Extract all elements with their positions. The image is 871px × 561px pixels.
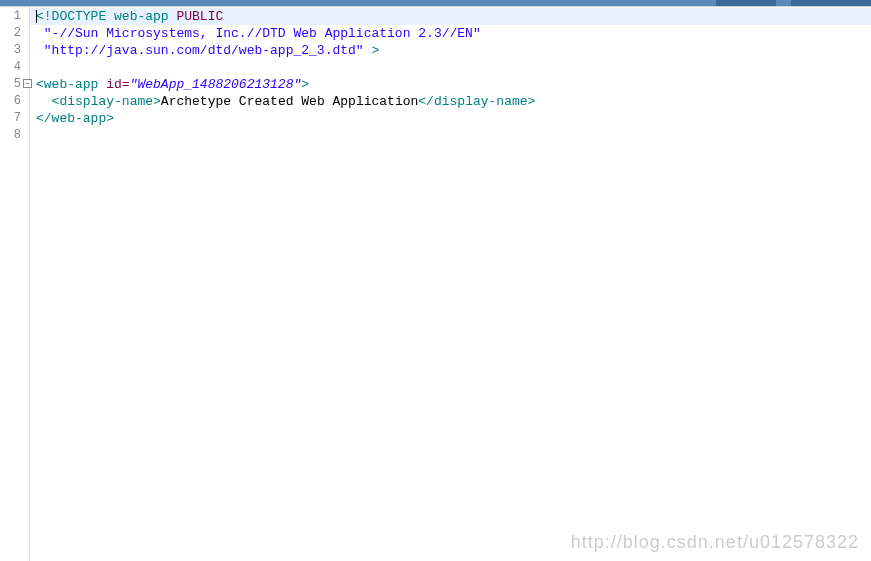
code-token: > — [364, 43, 380, 58]
code-token: > — [106, 111, 114, 126]
topbar-segment — [791, 0, 871, 6]
watermark-text: http://blog.csdn.net/u012578322 — [571, 532, 859, 553]
code-token: web-app — [44, 77, 99, 92]
code-line[interactable]: "http://java.sun.com/dtd/web-app_2_3.dtd… — [36, 42, 871, 59]
line-number[interactable]: 5− — [0, 76, 29, 93]
code-token: </ — [36, 111, 52, 126]
window-topbar — [0, 0, 871, 6]
code-token: Archetype Created Web Application — [161, 94, 418, 109]
line-number[interactable]: 7 — [0, 110, 29, 127]
code-line[interactable]: <display-name>Archetype Created Web Appl… — [36, 93, 871, 110]
code-line[interactable] — [36, 59, 871, 76]
line-number[interactable]: 6 — [0, 93, 29, 110]
line-number[interactable]: 1 — [0, 8, 29, 25]
code-token: > — [301, 77, 309, 92]
code-token: web-app — [52, 111, 107, 126]
code-token: display-name — [59, 94, 153, 109]
code-line[interactable] — [36, 127, 871, 144]
code-token: display-name — [434, 94, 528, 109]
line-number[interactable]: 3 — [0, 42, 29, 59]
code-line[interactable]: "-//Sun Microsystems, Inc.//DTD Web Appl… — [36, 25, 871, 42]
code-line[interactable]: </web-app> — [36, 110, 871, 127]
code-token: > — [528, 94, 536, 109]
code-token: PUBLIC — [169, 9, 224, 24]
code-line[interactable]: <web-app id="WebApp_1488206213128"> — [36, 76, 871, 93]
code-token: "http://java.sun.com/dtd/web-app_2_3.dtd… — [44, 43, 364, 58]
line-number[interactable]: 2 — [0, 25, 29, 42]
line-number[interactable]: 4 — [0, 59, 29, 76]
code-editor-area[interactable]: <!DOCTYPE web-app PUBLIC "-//Sun Microsy… — [30, 7, 871, 561]
text-cursor — [36, 10, 37, 23]
code-token: < — [36, 9, 44, 24]
code-token: < — [36, 77, 44, 92]
code-token: "WebApp_1488206213128" — [130, 77, 302, 92]
code-token: > — [153, 94, 161, 109]
line-number[interactable]: 8 — [0, 127, 29, 144]
topbar-segment — [716, 0, 776, 6]
code-token: </ — [418, 94, 434, 109]
code-line[interactable]: <!DOCTYPE web-app PUBLIC — [30, 8, 871, 25]
line-number-gutter[interactable]: 1 2 3 4 5− 6 7 8 — [0, 7, 30, 561]
code-indent — [36, 94, 52, 109]
editor-container: 1 2 3 4 5− 6 7 8 <!DOCTYPE web-app PUBLI… — [0, 6, 871, 561]
code-token: id= — [98, 77, 129, 92]
code-token: !DOCTYPE web-app — [44, 9, 169, 24]
code-token: "-//Sun Microsystems, Inc.//DTD Web Appl… — [44, 26, 481, 41]
